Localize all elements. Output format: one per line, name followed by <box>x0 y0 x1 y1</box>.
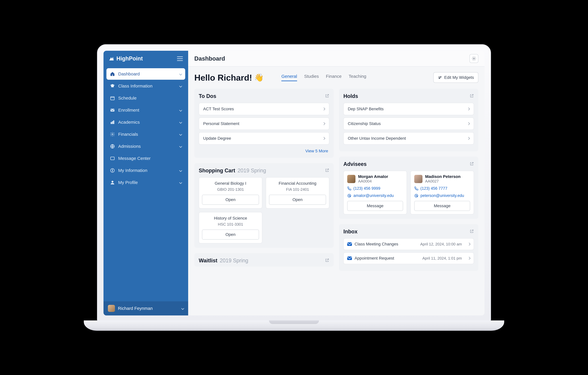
wave-icon: 👋 <box>254 73 264 82</box>
page-title: Dashboard <box>194 55 225 62</box>
open-button[interactable]: Open <box>269 195 326 205</box>
main: Dashboard Hello Richard! 👋 General Studi… <box>188 51 484 315</box>
mail-icon <box>347 257 352 260</box>
svg-point-13 <box>441 76 441 77</box>
waitlist-term: 2019 Spring <box>220 257 248 264</box>
advisee-card: Morgan Amalor AA0004 (123) 456 9999 <box>343 171 407 214</box>
open-button[interactable]: Open <box>202 195 259 205</box>
tab-studies[interactable]: Studies <box>304 74 319 81</box>
popout-icon[interactable] <box>325 258 329 263</box>
inbox-subject: Appointment Request <box>355 256 394 261</box>
course-title: Financial Accounting <box>269 181 326 186</box>
sidebar-item-enrollment[interactable]: Enrollment <box>106 104 185 116</box>
sidebar-item-label: Financials <box>118 132 138 137</box>
avatar <box>347 175 356 183</box>
hold-item[interactable]: Other Untax Income Dependent <box>343 132 474 145</box>
sidebar-item-label: Schedule <box>118 96 136 101</box>
tab-general[interactable]: General <box>281 74 297 81</box>
advisee-email[interactable]: peterson@university.edu <box>414 193 470 198</box>
dashboard-tabs: General Studies Finance Teaching <box>281 74 366 81</box>
waitlist-card: Waitlist 2019 Spring <box>194 253 334 267</box>
popout-icon[interactable] <box>470 229 474 234</box>
chevron-down-icon <box>179 145 182 148</box>
brand-name: HighPoint <box>116 55 143 62</box>
todo-label: Personal Statement <box>203 121 239 126</box>
sidebar-item-schedule[interactable]: Schedule <box>106 92 185 104</box>
inbox-title: Inbox <box>343 228 357 235</box>
popout-icon[interactable] <box>325 94 329 99</box>
view-more-link[interactable]: View 5 More <box>199 147 329 153</box>
settings-button[interactable] <box>470 54 478 63</box>
inbox-timestamp: April 12, 2024, 10:00 am <box>420 242 462 246</box>
todo-label: ACT Test Scores <box>203 107 234 111</box>
inbox-item[interactable]: Class Meeting Changes April 12, 2024, 10… <box>343 238 474 250</box>
todo-item[interactable]: Personal Statement <box>199 118 329 130</box>
edit-widgets-label: Edit My Widgets <box>444 75 474 80</box>
chevron-down-icon <box>179 85 182 87</box>
brand-logo-icon <box>109 56 114 61</box>
sidebar-item-admissions[interactable]: Admissions <box>106 140 185 152</box>
sidebar-item-my-profile[interactable]: My Profile <box>106 177 185 188</box>
course-code: FIA 101-2401 <box>269 187 326 192</box>
advisee-id: AA0027 <box>425 179 461 183</box>
chevron-right-icon <box>468 257 471 260</box>
hold-label: Citizenship Status <box>348 121 381 126</box>
topbar: Dashboard <box>188 51 484 67</box>
advisees-card: Advisees Morgan Amalor <box>339 157 478 219</box>
edit-widgets-button[interactable]: Edit My Widgets <box>433 72 478 83</box>
brand-row: HighPoint <box>104 51 188 66</box>
hamburger-icon[interactable] <box>177 56 183 61</box>
svg-point-9 <box>112 169 113 170</box>
chevron-down-icon <box>179 133 182 136</box>
home-icon <box>110 72 115 76</box>
sidebar-item-my-information[interactable]: My Information <box>106 165 185 176</box>
popout-icon[interactable] <box>470 162 474 167</box>
inbox-timestamp: April 11, 2024, 1:01 pm <box>422 256 462 261</box>
sidebar-item-message-center[interactable]: Message Center <box>106 153 185 164</box>
todo-label: Update Degree <box>203 136 231 141</box>
todo-item[interactable]: Update Degree <box>199 132 329 145</box>
svg-point-12 <box>473 58 474 59</box>
advisee-phone[interactable]: (123) 456 7777 <box>414 186 470 191</box>
waitlist-title: Waitlist <box>199 257 217 264</box>
sidebar-item-financials[interactable]: Financials <box>106 129 185 140</box>
chart-icon <box>110 120 115 125</box>
chevron-right-icon <box>467 107 470 110</box>
cart-item: History of Science HSC 101-3301 Open <box>199 212 262 243</box>
calendar-icon <box>110 96 115 101</box>
user-name: Richard Feynman <box>118 306 153 311</box>
popout-icon[interactable] <box>325 168 329 173</box>
advisee-email[interactable]: amalor@university.edu <box>347 193 403 198</box>
chevron-right-icon <box>322 137 325 140</box>
sidebar-item-label: Message Center <box>118 156 150 161</box>
sidebar-item-dashboard[interactable]: Dashboard <box>106 68 185 80</box>
inbox-item[interactable]: Appointment Request April 11, 2024, 1:01… <box>343 252 474 264</box>
tab-teaching[interactable]: Teaching <box>349 74 366 81</box>
svg-rect-7 <box>111 157 114 160</box>
hold-item[interactable]: Citizenship Status <box>343 118 474 130</box>
chevron-down-icon <box>179 121 182 124</box>
nav: Dashboard Class Information Schedule <box>104 66 188 301</box>
popout-icon[interactable] <box>470 94 474 99</box>
sidebar-item-academics[interactable]: Academics <box>106 117 185 128</box>
svg-point-5 <box>112 134 113 135</box>
todo-item[interactable]: ACT Test Scores <box>199 103 329 115</box>
mail-icon <box>347 242 352 246</box>
user-menu[interactable]: Richard Feynman <box>104 301 188 315</box>
greeting-row: Hello Richard! 👋 General Studies Finance… <box>194 72 478 83</box>
chevron-right-icon <box>467 137 470 140</box>
message-button[interactable]: Message <box>347 201 403 211</box>
tab-finance[interactable]: Finance <box>326 74 342 81</box>
hold-item[interactable]: Dep SNAP Benefits <box>343 103 474 115</box>
todos-card: To Dos ACT Test Scores Personal Statemen… <box>194 89 334 158</box>
sidebar-item-label: Class Information <box>118 84 152 88</box>
sidebar-item-label: Academics <box>118 120 140 125</box>
avatar <box>414 175 422 183</box>
sidebar-item-class-information[interactable]: Class Information <box>106 80 185 92</box>
open-button[interactable]: Open <box>202 230 259 240</box>
advisee-phone[interactable]: (123) 456 9999 <box>347 186 403 191</box>
advisee-card: Madison Peterson AA0027 (123) 456 7777 <box>410 171 474 214</box>
gear-icon <box>110 132 115 137</box>
message-button[interactable]: Message <box>414 201 470 211</box>
avatar <box>108 305 115 312</box>
